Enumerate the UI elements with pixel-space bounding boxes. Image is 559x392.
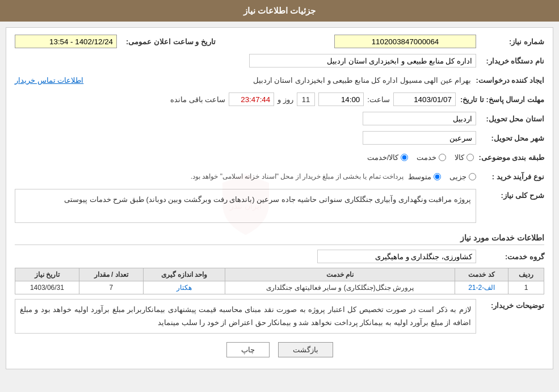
- deadline-time-input[interactable]: [318, 92, 364, 106]
- deadline-remaining-label: ساعت باقی مانده: [170, 95, 225, 104]
- city-input[interactable]: [363, 131, 476, 145]
- purchase-motavasset-label: متوسط: [408, 172, 431, 181]
- print-button[interactable]: چاپ: [226, 342, 270, 357]
- col-date: تاریخ نیاز: [15, 268, 79, 281]
- cell-date: 1403/06/31: [15, 281, 79, 294]
- cell-unit: هکتار: [143, 281, 225, 294]
- deadline-remaining-input[interactable]: [229, 92, 274, 106]
- org-name-label: نام دستگاه خریدار:: [476, 57, 544, 65]
- services-table: ردیف کد خدمت نام خدمت واحد اندازه گیری ت…: [15, 268, 544, 294]
- back-button[interactable]: بازگشت: [278, 342, 333, 357]
- creator-value: بهرام عین الهی مسیول اداره کل منابع طبیع…: [89, 76, 471, 85]
- need-number-input[interactable]: [334, 35, 476, 48]
- cell-service-code: الف-2-21: [455, 281, 508, 294]
- deadline-days-value: 11: [297, 92, 315, 106]
- page-header: جزئیات اطلاعات نیاز: [0, 0, 559, 22]
- purchase-jozii-label: جزیی: [449, 172, 466, 181]
- city-label: شهر محل تحویل:: [476, 134, 544, 142]
- org-name-input[interactable]: [249, 54, 476, 68]
- cell-service-name: پرورش جنگل(جنگلکاری) و سایر فعالیتهای جن…: [225, 281, 455, 294]
- category-radio-group: کالا خدمت کالا/خدمت: [367, 153, 474, 162]
- page-title: جزئیات اطلاعات نیاز: [243, 6, 316, 15]
- deadline-days-label: روز و: [278, 95, 293, 104]
- col-qty: تعداد / مقدار: [79, 268, 143, 281]
- category-kala-khedmat[interactable]: کالا/خدمت: [367, 153, 409, 162]
- purchase-motavasset[interactable]: متوسط: [408, 172, 441, 181]
- purchase-motavasset-radio[interactable]: [434, 173, 441, 180]
- col-unit: واحد اندازه گیری: [143, 268, 225, 281]
- category-kala-khedmat-label: کالا/خدمت: [367, 153, 399, 162]
- service-group-input[interactable]: [317, 250, 476, 263]
- cell-qty: 7: [79, 281, 143, 294]
- buyer-notes-label: توضیحات خریدار:: [476, 299, 544, 310]
- description-label: شرح کلی نیاز:: [476, 189, 544, 200]
- purchase-type-radio-group: جزیی متوسط: [408, 172, 476, 181]
- category-kala-khedmat-radio[interactable]: [401, 154, 408, 161]
- purchase-jozii[interactable]: جزیی: [449, 172, 476, 181]
- category-kala-radio[interactable]: [466, 154, 474, 161]
- contact-link[interactable]: اطلاعات تماس خریدار: [15, 76, 83, 85]
- creator-label: ایجاد کننده درخواست:: [471, 76, 544, 85]
- col-service-code: کد خدمت: [455, 268, 508, 281]
- buyer-notes-text: لازم به ذکر است در صورت تخصیص کل اعتبار …: [20, 305, 471, 327]
- province-input[interactable]: [363, 112, 476, 125]
- announce-date-label: تاریخ و ساعت اعلان عمومی:: [121, 37, 216, 46]
- category-kala-label: کالا: [455, 153, 464, 162]
- province-label: استان محل تحویل:: [476, 115, 544, 123]
- purchase-note: پرداخت تمام یا بخشی از مبلغ خریدار از مح…: [191, 172, 404, 180]
- table-row: 1 الف-2-21 پرورش جنگل(جنگلکاری) و سایر ف…: [15, 281, 544, 294]
- purchase-jozii-radio[interactable]: [469, 173, 476, 180]
- deadline-date-input[interactable]: [393, 92, 456, 106]
- cell-row-num: 1: [508, 281, 544, 294]
- buttons-row: بازگشت چاپ: [15, 342, 544, 357]
- category-khedmat-radio[interactable]: [439, 154, 446, 161]
- description-text: پروژه مراقبت ونگهداری وآبیاری جنگلکاری س…: [64, 195, 471, 204]
- category-label: طبقه بندی موضوعی:: [474, 153, 544, 162]
- category-khedmat-label: خدمت: [417, 153, 436, 162]
- service-group-label: گروه خدمت:: [476, 252, 544, 261]
- services-section-header: اطلاعات خدمات مورد نیاز: [15, 233, 544, 245]
- deadline-label: مهلت ارسال پاسخ: تا تاریخ:: [456, 95, 544, 104]
- col-row-num: ردیف: [508, 268, 544, 281]
- need-number-label: شماره نیاز:: [476, 37, 544, 46]
- announce-date-input[interactable]: [15, 35, 117, 48]
- category-khedmat[interactable]: خدمت: [417, 153, 446, 162]
- purchase-type-label: نوع فرآیند خرید :: [476, 172, 544, 181]
- category-kala[interactable]: کالا: [455, 153, 474, 162]
- deadline-time-label: ساعت:: [367, 95, 390, 104]
- col-service-name: نام خدمت: [225, 268, 455, 281]
